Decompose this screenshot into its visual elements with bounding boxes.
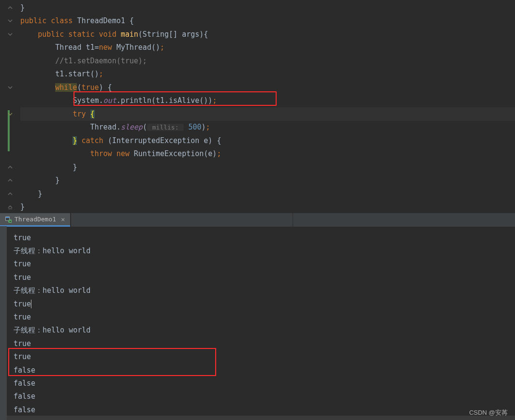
console-line: true <box>0 231 515 244</box>
console-line: false <box>0 377 515 390</box>
code-line[interactable]: Thread.sleep( millis: 500); <box>20 121 515 134</box>
code-line[interactable]: while(true) { <box>20 81 515 94</box>
code-line[interactable]: } catch (InterruptedException e) { <box>20 134 515 147</box>
horizontal-scrollbar[interactable] <box>7 416 515 420</box>
code-line[interactable]: //t1.setDaemon(true); <box>20 54 515 68</box>
gutter-row <box>0 201 20 214</box>
console-line: false <box>0 390 515 403</box>
console-line: false <box>0 363 515 377</box>
console-line: false <box>0 403 515 416</box>
run-tabs-bar: ThreadDemo1 × <box>0 213 515 227</box>
run-config-icon <box>5 216 12 223</box>
code-line[interactable]: } <box>20 1 515 14</box>
gutter <box>0 0 20 213</box>
code-line[interactable]: throw new RuntimeException(e); <box>20 147 515 161</box>
code-line[interactable]: public class ThreadDemo1 { <box>20 14 515 28</box>
text-cursor <box>31 300 31 308</box>
gutter-row <box>0 134 20 147</box>
code-area[interactable]: }public class ThreadDemo1 { public stati… <box>20 0 515 213</box>
gutter-row <box>0 107 20 121</box>
gutter-row <box>0 160 20 174</box>
close-icon[interactable]: × <box>61 216 65 223</box>
code-line[interactable]: Thread t1=new MyThread(); <box>20 41 515 55</box>
code-line[interactable]: } <box>20 187 515 201</box>
gutter-row <box>0 121 20 134</box>
run-tab-label: ThreadDemo1 <box>15 216 56 223</box>
gutter-row <box>0 187 20 201</box>
code-line[interactable]: public static void main(String[] args){ <box>20 28 515 41</box>
code-line[interactable]: } <box>20 174 515 188</box>
tabs-empty-area <box>71 213 515 227</box>
gutter-row <box>0 41 20 55</box>
tool-window-left-bar <box>0 226 7 420</box>
gutter-row <box>0 94 20 108</box>
console-line: true <box>0 337 515 350</box>
console-line: true <box>0 271 515 284</box>
console-output[interactable]: true子线程：hello worldtruetrue子线程：hello wor… <box>0 227 515 420</box>
gutter-row <box>0 14 20 28</box>
gutter-row <box>0 28 20 41</box>
console-line: true <box>0 297 515 310</box>
gutter-row <box>0 174 20 188</box>
gutter-row <box>0 1 20 14</box>
code-line[interactable]: try { <box>20 107 515 121</box>
console-line: 子线程：hello world <box>0 284 515 297</box>
code-editor[interactable]: }public class ThreadDemo1 { public stati… <box>0 0 515 213</box>
gutter-row <box>0 68 20 81</box>
svg-rect-3 <box>6 217 9 218</box>
console-line: true <box>0 310 515 323</box>
console-line: 子线程：hello world <box>0 324 515 337</box>
gutter-row <box>0 147 20 161</box>
gutter-row <box>0 81 20 94</box>
code-line[interactable]: t1.start(); <box>20 68 515 81</box>
console-line: true <box>0 350 515 363</box>
gutter-row <box>0 54 20 68</box>
console-line: true <box>0 258 515 271</box>
console-line: 子线程：hello world <box>0 244 515 257</box>
code-line[interactable]: System.out.println(t1.isAlive()); <box>20 94 515 108</box>
code-line[interactable]: } <box>20 160 515 174</box>
code-line[interactable]: } <box>20 201 515 214</box>
run-tab-threaddemo1[interactable]: ThreadDemo1 × <box>0 213 70 227</box>
